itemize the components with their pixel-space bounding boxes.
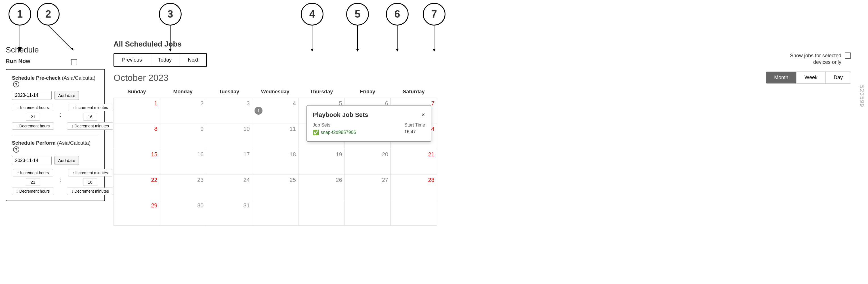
day-num-w1-d2: 10 [244, 126, 250, 132]
day-num-w4-d0: 29 [151, 202, 157, 209]
day-num-w3-d4: 26 [336, 177, 342, 183]
day-num-w3-d0: 22 [151, 177, 157, 183]
popup-start-time-col: Start Time 16:47 [404, 123, 425, 136]
precheck-separator: : [60, 104, 61, 119]
precheck-title: Schedule Pre-check (Asia/Calcutta) ? [12, 75, 99, 87]
day-num-w3-d2: 24 [244, 177, 250, 183]
calendar-month-title: October 2023 [114, 73, 437, 83]
precheck-dec-minutes-btn[interactable]: ↓ Decrement minutes [67, 122, 113, 130]
event-badge-w0-d3[interactable]: 1 [254, 107, 262, 115]
day-num-w2-d2: 17 [244, 151, 250, 157]
perform-add-date-btn[interactable]: Add date [55, 156, 79, 165]
perform-date-input[interactable] [12, 156, 52, 165]
run-now-label: Run Now [6, 58, 105, 64]
precheck-timezone: (Asia/Calcutta) [62, 75, 95, 81]
perform-title: Schedule Perform (Asia/Calcutta) ? [12, 140, 99, 152]
right-section: Show jobs for selecteddevices only Month… [766, 53, 851, 84]
precheck-date-input[interactable] [12, 91, 52, 100]
day-header-thu: Thursday [298, 86, 344, 98]
day-num-w1-d0: 8 [154, 126, 157, 132]
precheck-minutes-input[interactable] [83, 113, 97, 121]
day-num-w2-d0: 15 [151, 151, 157, 157]
popup-job-sets-col: Job Sets ✅ snap-f2d9857906 [313, 123, 356, 136]
prev-btn[interactable]: Previous [114, 54, 150, 66]
precheck-add-date-btn[interactable]: Add date [55, 91, 79, 100]
annotation-1: 1 [8, 3, 31, 26]
calendar-cell-w3-d3: 25 [252, 175, 299, 200]
precheck-inc-minutes-btn[interactable]: ↑ Increment minutes [68, 104, 112, 111]
perform-hours-input[interactable] [26, 178, 40, 186]
show-jobs-row: Show jobs for selecteddevices only [766, 53, 851, 69]
day-num-w2-d3: 18 [290, 151, 296, 157]
annotation-2: 2 [37, 3, 60, 26]
show-jobs-checkbox[interactable] [845, 53, 851, 59]
calendar-cell-w4-d1: 30 [160, 200, 206, 226]
annotation-6: 6 [386, 3, 409, 26]
day-header-sat: Saturday [391, 86, 437, 98]
precheck-help-icon[interactable]: ? [13, 81, 19, 87]
day-header-sun: Sunday [114, 86, 160, 98]
calendar-cell-w2-d6: 21 [391, 149, 437, 175]
calendar-cell-w2-d3: 18 [252, 149, 299, 175]
day-num-w0-d2: 3 [247, 100, 250, 106]
day-num-w2-d4: 19 [336, 151, 342, 157]
calendar-cell-w0-d0: 1 [114, 98, 160, 123]
popup-close-btn[interactable]: × [422, 111, 425, 119]
annotation-4: 4 [301, 3, 323, 26]
popup-title: Playbook Job Sets [313, 111, 368, 119]
day-num-w1-d3: 11 [290, 126, 296, 132]
day-header-tue: Tuesday [206, 86, 252, 98]
next-btn[interactable]: Next [180, 54, 206, 66]
perform-dec-hours-btn[interactable]: ↓ Decrement hours [12, 188, 54, 195]
all-scheduled-title: All Scheduled Jobs [114, 40, 437, 49]
calendar-cell-w1-d1: 9 [160, 123, 206, 149]
precheck-inc-hours-btn[interactable]: ↑ Increment hours [13, 104, 53, 111]
calendar-nav: Previous Today Next [114, 53, 207, 67]
perform-dec-minutes-btn[interactable]: ↓ Decrement minutes [67, 188, 113, 195]
precheck-date-row: Add date [12, 91, 99, 100]
calendar-cell-w0-d2: 3 [206, 98, 252, 123]
calendar-cell-w1-d2: 10 [206, 123, 252, 149]
show-jobs-label: Show jobs for selecteddevices only [790, 53, 841, 66]
perform-inc-minutes-btn[interactable]: ↑ Increment minutes [68, 169, 112, 177]
precheck-dec-hours-btn[interactable]: ↓ Decrement hours [12, 122, 54, 130]
perform-hours-col: ↑ Increment hours ↓ Decrement hours [12, 169, 54, 195]
perform-inc-hours-btn[interactable]: ↑ Increment hours [13, 169, 53, 177]
perform-minutes-col: ↑ Increment minutes ↓ Decrement minutes [67, 169, 113, 195]
day-num-w3-d1: 23 [197, 177, 204, 183]
today-btn[interactable]: Today [150, 54, 180, 66]
playbook-popup: Playbook Job Sets × Job Sets ✅ snap-f2d9… [306, 105, 431, 142]
day-num-w4-d1: 30 [197, 202, 204, 209]
day-header-fri: Friday [344, 86, 391, 98]
calendar-cell-w0-d3[interactable]: 41 [252, 98, 299, 123]
calendar-cell-w4-d0: 29 [114, 200, 160, 226]
calendar-cell-w2-d1: 16 [160, 149, 206, 175]
calendar-cell-w2-d2: 17 [206, 149, 252, 175]
view-toggle: Month Week Day [766, 71, 851, 84]
calendar-cell-w1-d0: 8 [114, 123, 160, 149]
popup-job-link[interactable]: ✅ snap-f2d9857906 [313, 129, 356, 136]
perform-help-icon[interactable]: ? [13, 147, 19, 153]
perform-minutes-input[interactable] [83, 178, 97, 186]
day-num-w0-d1: 2 [200, 100, 204, 106]
day-btn[interactable]: Day [826, 72, 851, 84]
popup-start-time-label: Start Time [404, 123, 425, 128]
calendar-cell-w4-d4 [298, 200, 344, 226]
month-btn[interactable]: Month [766, 72, 797, 84]
run-now-checkbox[interactable] [71, 59, 77, 65]
precheck-hours-input[interactable] [26, 113, 40, 121]
perform-separator: : [60, 169, 61, 184]
calendar-cell-w3-d1: 23 [160, 175, 206, 200]
day-header-mon: Monday [160, 86, 206, 98]
calendar-cell-w2-d5: 20 [344, 149, 391, 175]
popup-job-name: snap-f2d9857906 [321, 130, 356, 135]
green-check-icon: ✅ [313, 129, 319, 136]
precheck-time-controls: ↑ Increment hours ↓ Decrement hours : ↑ … [12, 104, 99, 130]
perform-time-controls: ↑ Increment hours ↓ Decrement hours : ↑ … [12, 169, 99, 195]
week-btn[interactable]: Week [797, 72, 826, 84]
calendar-cell-w2-d4: 19 [298, 149, 344, 175]
annotation-3: 3 [159, 3, 182, 26]
popup-header: Playbook Job Sets × [313, 111, 425, 119]
calendar-cell-w4-d2: 31 [206, 200, 252, 226]
section-divider [12, 135, 99, 135]
